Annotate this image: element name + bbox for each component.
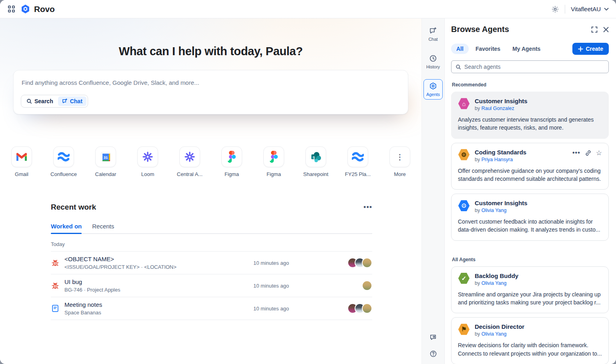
search-placeholder-text[interactable]: Find anything across Confluence, Google … bbox=[21, 79, 401, 86]
chevron-down-icon bbox=[604, 8, 609, 11]
tab-my-agents[interactable]: My Agents bbox=[507, 44, 546, 54]
feedback-icon[interactable] bbox=[429, 334, 437, 341]
work-row-object-name[interactable]: <OBJECT NAME> <ISSUE/GOAL/PROJECT KEY> ·… bbox=[51, 252, 372, 274]
rail-item-history[interactable]: History bbox=[423, 52, 443, 72]
avatar-group bbox=[335, 280, 372, 291]
figma-icon bbox=[228, 151, 236, 163]
recent-work-title: Recent work bbox=[51, 203, 96, 212]
sharepoint-icon: S bbox=[310, 151, 322, 163]
work-row-time: 10 minutes ago bbox=[253, 283, 335, 289]
app-shortcut-loom[interactable]: Loom bbox=[136, 146, 159, 177]
main-area: What can I help with today, Paula? Find … bbox=[0, 18, 421, 364]
lighthouse-icon: ⌂ bbox=[458, 98, 470, 110]
work-row-title: UI bug bbox=[64, 278, 253, 285]
agent-description: Offer comprehensive guidance on your com… bbox=[458, 167, 602, 183]
author-link[interactable]: Priya Hansyra bbox=[482, 157, 513, 162]
tab-favorites[interactable]: Favorites bbox=[470, 44, 506, 54]
agent-description: Analyzes customer interview transcripts … bbox=[458, 116, 602, 132]
app-shortcut-sharepoint[interactable]: S Sharepoint bbox=[304, 146, 327, 177]
work-row-subtitle: BG-746 · Project Apples bbox=[64, 287, 253, 293]
avatar-group bbox=[335, 258, 372, 268]
agents-filter-tabs: All Favorites My Agents Create bbox=[451, 43, 609, 55]
avatar-group bbox=[335, 303, 372, 314]
agent-description: Convert customer feedback into actionabl… bbox=[458, 218, 602, 234]
copy-link-icon[interactable] bbox=[585, 150, 591, 156]
tab-worked-on[interactable]: Worked on bbox=[51, 223, 82, 233]
author-link[interactable]: Olivia Yang bbox=[482, 208, 507, 213]
search-mode-button[interactable]: Search bbox=[22, 96, 57, 106]
app-shortcut-central-admin[interactable]: Central A... bbox=[178, 146, 201, 177]
help-icon[interactable] bbox=[429, 350, 437, 358]
author-link[interactable]: Olivia Yang bbox=[482, 280, 507, 286]
document-icon bbox=[51, 304, 60, 313]
app-shortcuts-row: Gmail Confluence bbox=[0, 146, 421, 177]
app-switcher-icon[interactable] bbox=[8, 6, 15, 12]
app-shortcut-confluence[interactable]: Confluence bbox=[52, 146, 75, 177]
avatar bbox=[362, 303, 372, 314]
lightbulb-icon: ⊙ bbox=[458, 200, 470, 212]
panel-title: Browse Agents bbox=[451, 25, 509, 34]
app-shortcut-fy25-plan[interactable]: FY25 Pla... bbox=[346, 146, 369, 177]
settings-gear-icon[interactable] bbox=[551, 5, 559, 13]
section-label-recommended: Recommended bbox=[452, 82, 609, 88]
topbar-divider bbox=[565, 5, 565, 14]
work-row-ui-bug[interactable]: UI bug BG-746 · Project Apples 10 minute… bbox=[51, 274, 372, 297]
group-label-today: Today bbox=[51, 241, 372, 252]
author-link[interactable]: Raul Gonzalez bbox=[482, 106, 514, 111]
search-icon bbox=[455, 64, 461, 70]
author-link[interactable]: Olivia Yang bbox=[482, 331, 507, 337]
central-admin-icon bbox=[184, 151, 195, 162]
brand-name: Rovo bbox=[34, 4, 55, 14]
expand-icon[interactable] bbox=[591, 26, 598, 33]
card-more-icon[interactable]: ••• bbox=[572, 150, 580, 156]
workspace-switcher[interactable]: VitafleetAU bbox=[571, 6, 609, 12]
rail-item-chat[interactable]: Chat bbox=[423, 24, 443, 44]
work-row-title: Meeting notes bbox=[64, 301, 253, 308]
agent-card-customer-insights-olivia[interactable]: ⊙ Customer Insights by Olivia Yang Conve… bbox=[451, 194, 609, 241]
avatar bbox=[362, 258, 372, 268]
global-search-box[interactable]: Find anything across Confluence, Google … bbox=[13, 70, 408, 114]
brand: Rovo bbox=[20, 4, 55, 14]
agent-description: Review decisions for clarity with decisi… bbox=[458, 341, 602, 358]
search-mode-switch: Search Chat bbox=[21, 95, 88, 108]
tab-all[interactable]: All bbox=[451, 44, 469, 54]
create-agent-button[interactable]: Create bbox=[572, 43, 609, 55]
loom-icon bbox=[142, 151, 153, 162]
close-icon[interactable] bbox=[603, 27, 609, 32]
work-row-time: 10 minutes ago bbox=[253, 306, 335, 312]
section-label-all-agents: All Agents bbox=[452, 257, 609, 262]
work-row-subtitle: Space Bananas bbox=[64, 310, 253, 316]
rail-item-agents[interactable]: Agents bbox=[423, 79, 443, 100]
agent-card-coding-standards[interactable]: ⚙ Coding Standards by Priya Hansyra ••• … bbox=[451, 143, 609, 190]
recent-work-menu-icon[interactable]: ••• bbox=[363, 203, 372, 212]
app-shortcut-more[interactable]: ⋮ More bbox=[388, 146, 411, 177]
work-row-time: 10 minutes ago bbox=[253, 260, 335, 266]
right-rail: Chat History Agents bbox=[421, 18, 444, 364]
app-shortcut-gmail[interactable]: Gmail bbox=[10, 146, 33, 177]
favorite-star-icon[interactable]: ☆ bbox=[596, 149, 602, 157]
chat-mode-button[interactable]: Chat bbox=[58, 96, 86, 106]
work-row-meeting-notes[interactable]: Meeting notes Space Bananas 10 minutes a… bbox=[51, 297, 372, 320]
app-shortcut-figma-1[interactable]: Figma bbox=[220, 146, 243, 177]
agent-card-customer-insights-raul[interactable]: ⌂ Customer Insights by Raul Gonzalez Ana… bbox=[451, 92, 609, 139]
rovo-window: Rovo VitafleetAU What can I help with to… bbox=[0, 0, 616, 364]
app-shortcut-figma-2[interactable]: Figma bbox=[262, 146, 285, 177]
figma-icon bbox=[270, 151, 278, 163]
app-shortcut-calendar[interactable]: 31 Calendar bbox=[94, 146, 117, 177]
history-icon bbox=[429, 54, 437, 62]
bug-icon bbox=[51, 281, 60, 290]
agent-card-decision-director[interactable]: ⚑ Decision Director by Olivia Yang Revie… bbox=[451, 317, 609, 364]
avatar bbox=[362, 280, 372, 291]
tab-recents[interactable]: Recents bbox=[92, 223, 114, 233]
recent-work-tabs: Worked on Recents bbox=[51, 223, 372, 234]
workspace-name: VitafleetAU bbox=[571, 6, 601, 12]
agent-card-backlog-buddy[interactable]: ✓ Backlog Buddy by Olivia Yang Streamlin… bbox=[451, 266, 609, 314]
agent-description: Streamline and organize your Jira projec… bbox=[458, 290, 602, 307]
checklist-icon: ✓ bbox=[458, 272, 470, 284]
more-dots-icon: ⋮ bbox=[396, 153, 404, 161]
hero-section: What can I help with today, Paula? Find … bbox=[0, 18, 421, 177]
svg-text:31: 31 bbox=[104, 155, 108, 160]
agent-search-field[interactable] bbox=[451, 60, 609, 73]
agent-search-input[interactable] bbox=[464, 64, 604, 70]
chat-icon bbox=[429, 27, 437, 35]
